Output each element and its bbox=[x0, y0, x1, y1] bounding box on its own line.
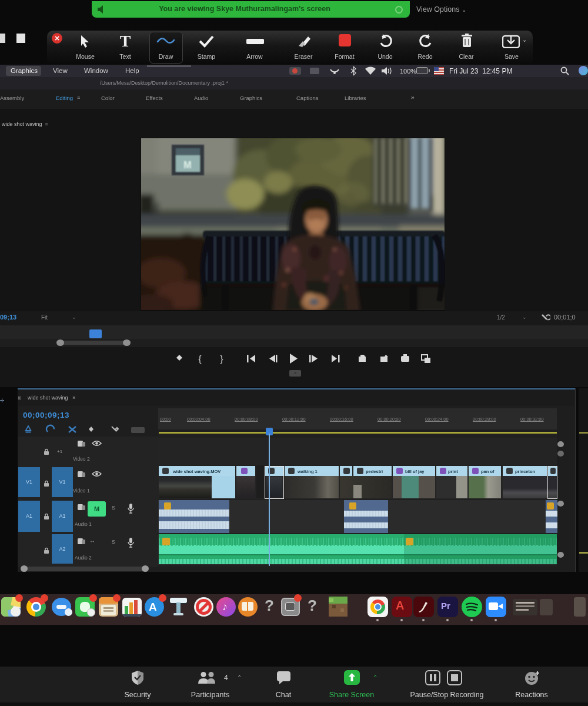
svg-text:{: { bbox=[198, 354, 201, 364]
svg-text:M: M bbox=[183, 160, 191, 170]
svg-text:}: } bbox=[220, 354, 223, 364]
